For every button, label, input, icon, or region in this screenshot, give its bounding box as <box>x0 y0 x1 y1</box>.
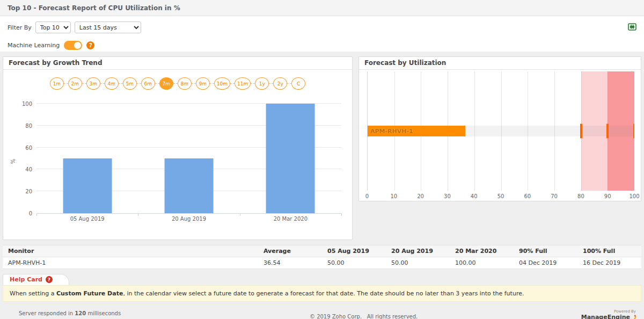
pill-connector <box>269 83 273 84</box>
page-title: Top 10 - Forecast Report of CPU Utilizat… <box>8 4 180 12</box>
x-tick-label: 100 <box>629 193 639 199</box>
utilization-title: Forecast by Utilization <box>359 57 641 70</box>
utilization-chart: APM-RHVH-1 <box>367 71 634 191</box>
column-header: 05 Aug 2019 <box>322 245 386 257</box>
column-header: Average <box>258 245 322 257</box>
x-tick-label: 0 <box>365 193 369 199</box>
range-pill-8m[interactable]: 8m <box>178 77 192 90</box>
help-card-note: When setting a Custom Future Date, in th… <box>3 285 641 302</box>
y-tick-label: 20 <box>25 189 32 194</box>
filter-row: Filter By Top 10 Last 15 days <box>8 21 636 33</box>
manageengine-swoosh-icon <box>630 314 636 319</box>
range-pill-10m[interactable]: 10m <box>214 77 230 90</box>
y-tick-label: 0 <box>29 211 32 216</box>
table-row: APM-RHVH-136.5450.0050.00100.0004 Dec 20… <box>3 257 641 269</box>
machine-learning-label: Machine Learning <box>8 42 60 49</box>
table-cell: 50.00 <box>322 257 386 269</box>
y-tick-label: 100 <box>22 101 32 107</box>
help-text-prefix: When setting a <box>10 290 56 297</box>
content-area: Forecast by Growth Trend 1m2m3m4m5m6m7m8… <box>0 52 644 319</box>
machine-learning-help-icon[interactable]: ? <box>86 41 94 49</box>
x-axis-tick <box>341 213 342 216</box>
range-pill-1m[interactable]: 1m <box>50 77 64 90</box>
bar-20 Mar 2020[interactable] <box>266 104 315 213</box>
table-cell: 100.00 <box>450 257 514 269</box>
pill-connector <box>230 83 235 84</box>
table-cell: 36.54 <box>258 257 322 269</box>
x-tick-label: 60 <box>524 193 531 199</box>
bar-20 Aug 2019[interactable] <box>165 158 214 213</box>
pill-connector <box>100 83 105 84</box>
export-excel-icon[interactable] <box>628 23 636 33</box>
table-cell: APM-RHVH-1 <box>3 257 258 269</box>
threshold-marker-90 <box>606 124 609 139</box>
range-pill-7m[interactable]: 7m <box>159 77 173 90</box>
top-n-select[interactable]: Top 10 <box>35 21 71 33</box>
x-category-label: 05 Aug 2019 <box>70 216 105 222</box>
range-pill-3m[interactable]: 3m <box>86 77 100 90</box>
powered-by-label: Powered By <box>581 309 636 314</box>
growth-trend-panel: Forecast by Growth Trend 1m2m3m4m5m6m7m8… <box>3 56 353 240</box>
x-tick-label: 20 <box>417 193 424 199</box>
toggle-knob <box>74 42 81 49</box>
x-tick-label: 80 <box>577 193 584 199</box>
powered-by: Powered By ManageEngine <box>581 309 636 319</box>
range-pill-11m[interactable]: 11m <box>235 77 251 90</box>
range-pill-4m[interactable]: 4m <box>105 77 119 90</box>
growth-trend-title: Forecast by Growth Trend <box>3 57 352 70</box>
period-select[interactable]: Last 15 days <box>75 21 141 33</box>
x-tick-label: 10 <box>390 193 397 199</box>
range-pill-6m[interactable]: 6m <box>141 77 155 90</box>
pill-connector <box>251 83 255 84</box>
axis-tick <box>367 71 368 72</box>
machine-learning-toggle[interactable] <box>64 41 82 50</box>
column-header: 20 Mar 2020 <box>450 245 514 257</box>
pill-connector <box>64 83 68 84</box>
pill-connector <box>210 83 214 84</box>
table-header-row: MonitorAverage05 Aug 201920 Aug 201920 M… <box>3 245 641 257</box>
y-tick-label: 80 <box>25 122 32 128</box>
range-pill-1y[interactable]: 1y <box>255 77 269 90</box>
x-category-label: 20 Aug 2019 <box>172 216 206 222</box>
copyright: © 2019 Zoho Corp. All rights reserved. <box>146 309 581 319</box>
range-pill-2y[interactable]: 2y <box>273 77 287 90</box>
help-card-question-icon[interactable]: ? <box>46 276 53 283</box>
help-text-suffix: , in the calendar view select a future d… <box>123 290 524 297</box>
x-tick-label: 30 <box>444 193 451 199</box>
x-tick-label: 70 <box>551 193 558 199</box>
y-tick-label: 40 <box>25 166 32 172</box>
pill-connector <box>82 83 86 84</box>
pill-connector <box>173 83 178 84</box>
x-tick-label: 50 <box>497 193 504 199</box>
range-pill-2m[interactable]: 2m <box>68 77 82 90</box>
range-pills: 1m2m3m4m5m6m7m8m9m10m11m1y2yC <box>3 77 352 90</box>
manageengine-logo[interactable]: ManageEngine <box>581 314 636 319</box>
pill-connector <box>287 83 291 84</box>
page-header: Top 10 - Forecast Report of CPU Utilizat… <box>0 0 644 16</box>
controls-section: Filter By Top 10 Last 15 days Machine Le… <box>0 16 644 52</box>
table-cell: 04 Dec 2019 <box>514 257 577 269</box>
table-body: APM-RHVH-136.5450.0050.00100.0004 Dec 20… <box>3 257 641 269</box>
pill-connector <box>119 83 123 84</box>
column-header: Monitor <box>3 245 258 257</box>
bar-05 Aug 2019[interactable] <box>63 158 112 213</box>
forecast-table-wrap: MonitorAverage05 Aug 201920 Aug 201920 M… <box>3 245 641 269</box>
range-pill-C[interactable]: C <box>291 77 305 90</box>
pill-connector <box>192 83 196 84</box>
column-header: 20 Aug 2019 <box>386 245 450 257</box>
y-tick-label: 60 <box>25 144 32 150</box>
range-pill-5m[interactable]: 5m <box>123 77 137 90</box>
help-text-bold: Custom Future Date <box>56 290 123 297</box>
pill-connector <box>155 83 159 84</box>
utilization-plot: APM-RHVH-1 <box>367 71 634 191</box>
machine-learning-row: Machine Learning ? <box>8 41 636 50</box>
x-tick-label: 90 <box>604 193 611 199</box>
table-cell: 50.00 <box>386 257 450 269</box>
bar-label: APM-RHVH-1 <box>370 128 413 135</box>
range-pill-9m[interactable]: 9m <box>196 77 210 90</box>
column-header: 100% Full <box>577 245 641 257</box>
pill-connector <box>137 83 141 84</box>
utilization-panel: Forecast by Utilization APM-RHVH-1 01020… <box>358 56 641 201</box>
server-status: Server responded in 120 milliseconds Ser… <box>19 309 146 319</box>
x-tick-label: 40 <box>471 193 478 199</box>
